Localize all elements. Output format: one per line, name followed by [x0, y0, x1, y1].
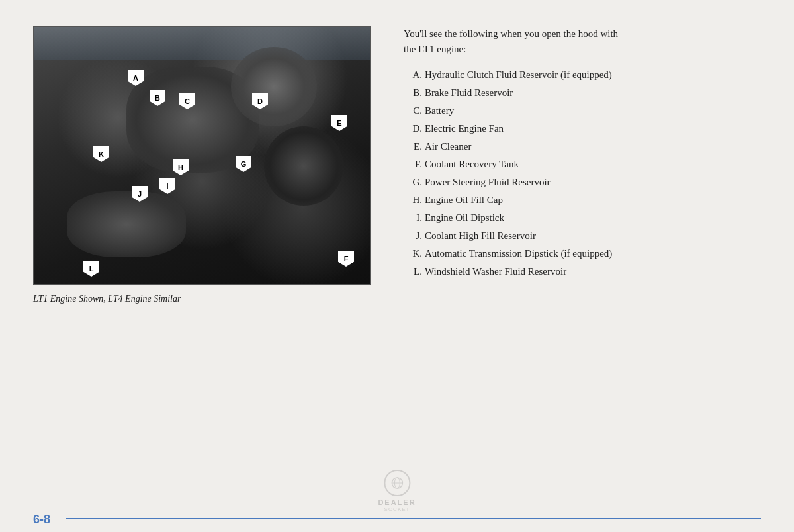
item-text: Brake Fluid Reservoir	[425, 86, 761, 100]
item-text: Automatic Transmission Dipstick (if equi…	[425, 247, 761, 261]
item-letter: I.	[404, 211, 422, 225]
item-letter: J.	[404, 229, 422, 243]
dealer-logo-circle	[384, 470, 410, 496]
footer: 6-8	[0, 513, 794, 532]
intro-text: You'll see the following when you open t…	[404, 26, 761, 56]
image-caption: LT1 Engine Shown, LT4 Engine Similar	[33, 294, 377, 304]
list-item: B. Brake Fluid Reservoir	[404, 86, 761, 100]
engine-image: A B C D E F G	[33, 26, 371, 285]
list-item: K. Automatic Transmission Dipstick (if e…	[404, 247, 761, 261]
left-column: A B C D E F G	[33, 26, 377, 500]
label-B: B	[150, 90, 165, 106]
item-text: Engine Oil Fill Cap	[425, 193, 761, 207]
item-letter: G.	[404, 175, 422, 189]
item-letter: B.	[404, 86, 422, 100]
footer-line-thin	[66, 521, 761, 521]
right-column: You'll see the following when you open t…	[404, 26, 761, 500]
label-J: J	[132, 186, 148, 202]
item-letter: H.	[404, 193, 422, 207]
label-H: H	[173, 159, 189, 175]
item-text: Windshield Washer Fluid Reservoir	[425, 265, 761, 279]
list-item: C. Battery	[404, 104, 761, 118]
engine-top-bg	[34, 27, 370, 60]
footer-line-thick	[66, 518, 761, 519]
engine-detail-3	[67, 191, 186, 257]
item-letter: D.	[404, 122, 422, 136]
item-text: Engine Oil Dipstick	[425, 211, 761, 225]
list-item: H. Engine Oil Fill Cap	[404, 193, 761, 207]
list-item: I. Engine Oil Dipstick	[404, 211, 761, 225]
label-C: C	[179, 93, 195, 109]
label-E: E	[331, 115, 347, 131]
item-letter: F.	[404, 157, 422, 171]
dealer-sub-text: SOCKET	[384, 506, 410, 512]
item-text: Air Cleaner	[425, 140, 761, 154]
list-item: L. Windshield Washer Fluid Reservoir	[404, 265, 761, 279]
dealer-name-text: DEALER	[378, 498, 416, 506]
item-text: Electric Engine Fan	[425, 122, 761, 136]
page: A B C D E F G	[0, 0, 794, 532]
item-letter: L.	[404, 265, 422, 279]
list-item: E. Air Cleaner	[404, 140, 761, 154]
label-D: D	[252, 93, 268, 109]
item-letter: C.	[404, 104, 422, 118]
main-content: A B C D E F G	[0, 0, 794, 513]
item-text: Hydraulic Clutch Fluid Reservoir (if equ…	[425, 68, 761, 82]
list-item: F. Coolant Recovery Tank	[404, 157, 761, 171]
label-L: L	[83, 261, 99, 277]
item-text: Coolant Recovery Tank	[425, 157, 761, 171]
label-G: G	[236, 156, 251, 172]
label-A: A	[128, 70, 144, 86]
item-text: Power Steering Fluid Reservoir	[425, 175, 761, 189]
item-letter: K.	[404, 247, 422, 261]
item-letter: A.	[404, 68, 422, 82]
label-I: I	[159, 178, 175, 194]
label-K: K	[93, 146, 109, 162]
footer-bar: 6-8	[33, 513, 761, 532]
dealer-watermark: DEALER SOCKET	[378, 470, 416, 512]
dealer-logo-icon	[389, 475, 405, 491]
engine-detail-2	[231, 47, 317, 126]
item-letter: E.	[404, 140, 422, 154]
footer-lines	[66, 518, 761, 521]
list-item: A. Hydraulic Clutch Fluid Reservoir (if …	[404, 68, 761, 82]
list-item: G. Power Steering Fluid Reservoir	[404, 175, 761, 189]
item-text: Battery	[425, 104, 761, 118]
item-text: Coolant High Fill Reservoir	[425, 229, 761, 243]
items-list: A. Hydraulic Clutch Fluid Reservoir (if …	[404, 68, 761, 279]
list-item: D. Electric Engine Fan	[404, 122, 761, 136]
label-F: F	[338, 251, 354, 267]
engine-detail-4	[264, 126, 343, 206]
list-item: J. Coolant High Fill Reservoir	[404, 229, 761, 243]
page-number: 6-8	[33, 513, 60, 527]
